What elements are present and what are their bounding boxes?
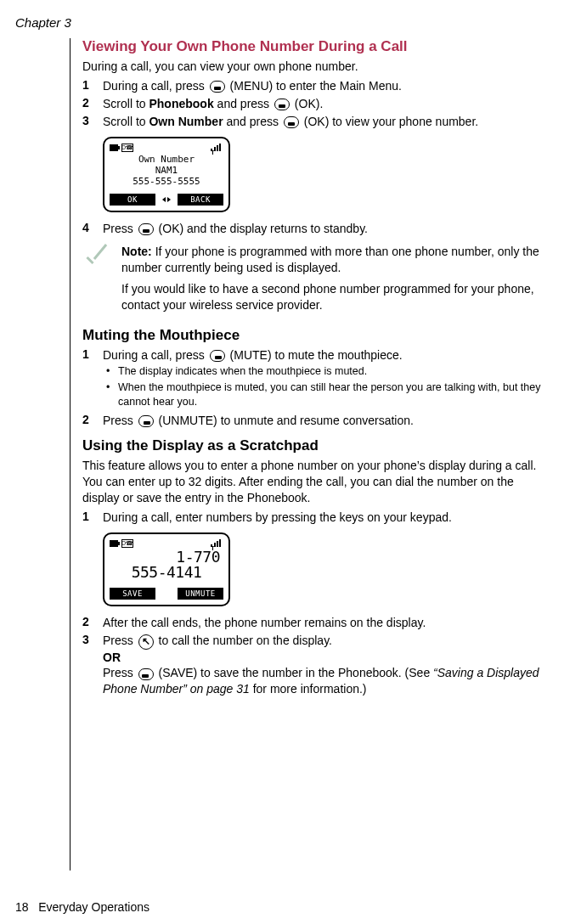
step-list: 1 During a call, press (MENU) to enter t…: [82, 78, 545, 130]
text: (OK) to view your phone number.: [304, 115, 478, 128]
text: Press: [103, 634, 137, 647]
text: (SAVE) to save the number in the Phonebo…: [159, 666, 433, 679]
bullet-item: •The display indicates when the mouthpie…: [106, 364, 545, 379]
text: for more information.): [253, 682, 367, 696]
status-bar: D☎ T: [110, 539, 223, 548]
softkey-unmute: UNMUTE: [178, 588, 223, 600]
softkey-row: OK BACK: [110, 194, 223, 206]
battery-icon: [110, 144, 118, 151]
step-number: 1: [82, 510, 103, 523]
step-number: 2: [82, 615, 103, 628]
step-1: 1 During a call, press (MENU) to enter t…: [82, 78, 545, 94]
softkey-icon: [284, 116, 299, 128]
page: Chapter 3 Viewing Your Own Phone Number …: [0, 0, 564, 924]
nav-spacer: [161, 588, 172, 600]
page-footer: 18 Everyday Operations: [15, 900, 149, 914]
softkey-save: SAVE: [110, 588, 155, 600]
step-body: Press to call the number on the display.…: [103, 633, 545, 697]
step-body: Scroll to Phonebook and press (OK).: [103, 96, 545, 112]
step-number: 1: [82, 347, 103, 361]
bullet-list: •The display indicates when the mouthpie…: [106, 364, 545, 409]
note-text: Note: If your phone is programmed with m…: [121, 244, 545, 318]
battery-icon: [110, 540, 118, 547]
or-label: OR: [103, 650, 545, 666]
softkey-icon: [210, 81, 225, 93]
text: to call the number on the display.: [159, 634, 332, 647]
softkey-left-icon: [138, 668, 154, 680]
text: (OK).: [295, 97, 323, 110]
status-bar: D☎ T: [110, 144, 223, 152]
screen-line: Own Number: [110, 154, 223, 165]
text: Press: [103, 666, 137, 679]
signal-icon: T: [211, 539, 223, 547]
text: Scroll to: [103, 97, 149, 110]
step-4: 4 Press (OK) and the display returns to …: [82, 221, 545, 237]
softkey-row: SAVE UNMUTE: [110, 588, 223, 600]
step-body: During a call, press (MUTE) to mute the …: [103, 347, 545, 363]
softkey-icon: [138, 223, 154, 235]
softkey-ok: OK: [110, 194, 155, 206]
screen-body: 1-770 555-4141: [110, 549, 223, 582]
step-3: 3 Scroll to Own Number and press (OK) to…: [82, 114, 545, 130]
step-body: Press (UNMUTE) to unmute and resume conv…: [103, 413, 545, 429]
text: During a call, press: [103, 79, 208, 93]
step-number: 2: [82, 413, 103, 426]
step-2: 2 After the call ends, the phone number …: [82, 615, 545, 631]
chapter-label: Chapter 3: [15, 15, 549, 30]
bold-text: Phonebook: [149, 97, 213, 110]
section-title-viewing: Viewing Your Own Phone Number During a C…: [82, 38, 545, 55]
note-p1: Note: If your phone is programmed with m…: [121, 244, 545, 276]
status-left: D☎: [110, 144, 133, 152]
call-icon: [138, 634, 154, 650]
step-1: 1 During a call, enter numbers by pressi…: [82, 510, 545, 526]
bullet-dot: •: [106, 380, 118, 409]
step-2: 2 Scroll to Phonebook and press (OK).: [82, 96, 545, 112]
text: If your phone is programmed with more th…: [121, 245, 539, 274]
step-body: During a call, enter numbers by pressing…: [103, 510, 545, 526]
step-body: During a call, press (MENU) to enter the…: [103, 78, 545, 94]
bullet-dot: •: [106, 364, 118, 379]
text: (UNMUTE) to unmute and resume conversati…: [159, 414, 414, 427]
step-number: 3: [82, 114, 103, 127]
softkey-back: BACK: [178, 194, 223, 206]
text: and press: [217, 97, 273, 110]
checkmark-icon: [82, 245, 113, 276]
footer-title: Everyday Operations: [38, 900, 149, 914]
text: Press: [103, 414, 137, 427]
text: (OK) and the display returns to standby.: [159, 222, 368, 235]
signal-icon: T: [211, 144, 223, 151]
screen-body: Own Number NAM1 555-555-5555: [110, 154, 223, 188]
step-body: Press (OK) and the display returns to st…: [103, 221, 545, 237]
screen-line: NAM1: [110, 165, 223, 176]
signal-t: T: [211, 149, 212, 151]
screen-line: 555-555-5555: [110, 176, 223, 187]
text: and press: [226, 115, 281, 128]
nav-arrows: [161, 194, 172, 206]
phone-screen-own-number: D☎ T Own Number NAM1 555-555-5555 OK BAC…: [103, 137, 230, 213]
intro-text: This feature allows you to enter a phone…: [82, 458, 545, 506]
text: (MUTE) to mute the mouthpiece.: [230, 348, 403, 362]
section-title-muting: Muting the Mouthpiece: [82, 327, 545, 344]
softkey-icon: [274, 99, 290, 110]
step-number: 3: [82, 633, 103, 646]
note-p2: If you would like to have a second phone…: [121, 281, 545, 313]
step-number: 2: [82, 96, 103, 110]
bold-text: Own Number: [149, 115, 223, 128]
phone-screen-scratchpad: D☎ T 1-770 555-4141 SAVE UNMUTE: [103, 532, 230, 607]
step-body: Scroll to Own Number and press (OK) to v…: [103, 114, 545, 130]
step-2: 2 Press (UNMUTE) to unmute and resume co…: [82, 413, 545, 429]
signal-t: T: [211, 544, 212, 547]
step-number: 1: [82, 78, 103, 92]
step-1: 1 During a call, press (MUTE) to mute th…: [82, 347, 545, 363]
text: During a call, press: [103, 348, 208, 362]
page-number: 18: [15, 900, 29, 914]
bullet-text: When the mouthpiece is muted, you can st…: [118, 380, 545, 409]
note-label: Note:: [121, 245, 152, 258]
mode-icon: D☎: [121, 539, 133, 548]
mode-icon: D☎: [121, 144, 133, 152]
screen-big-line: 555-4141: [110, 565, 223, 581]
note-block: Note: If your phone is programmed with m…: [82, 244, 545, 318]
text: (MENU) to enter the Main Menu.: [230, 79, 402, 93]
bullet-item: •When the mouthpiece is muted, you can s…: [106, 380, 545, 409]
step-number: 4: [82, 221, 103, 234]
